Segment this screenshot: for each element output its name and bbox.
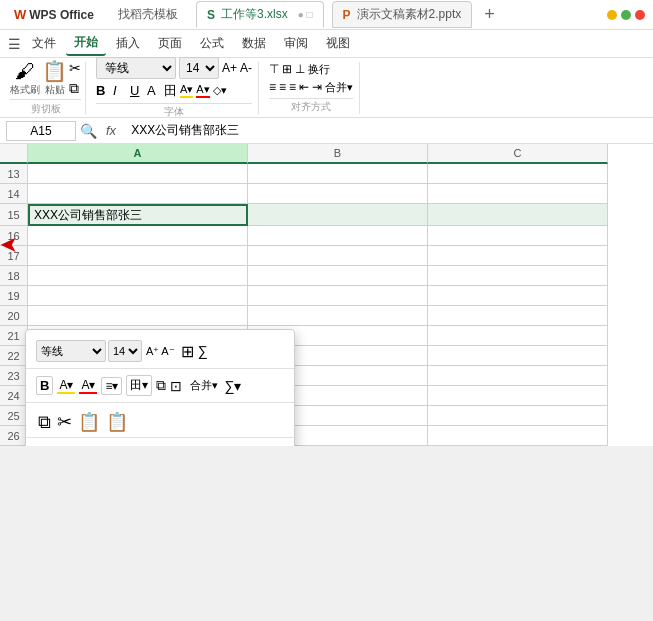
ctx-special-paste-icon[interactable]: 📋 <box>106 411 128 433</box>
cell-14-b[interactable] <box>248 184 428 204</box>
mini-grow-btn[interactable]: A⁺ <box>146 345 159 358</box>
cell-16-c[interactable] <box>428 226 608 246</box>
menu-page[interactable]: 页面 <box>150 32 190 55</box>
ctx-copy-icon[interactable]: ⧉ <box>38 412 51 433</box>
mini-border2-btn[interactable]: 田▾ <box>126 375 152 396</box>
close-button[interactable] <box>635 10 645 20</box>
col-header-c[interactable]: C <box>428 144 608 164</box>
bold-btn[interactable]: B <box>96 83 110 98</box>
menu-formula[interactable]: 公式 <box>192 32 232 55</box>
row-number-21: 21 <box>0 326 28 346</box>
menu-review[interactable]: 审阅 <box>276 32 316 55</box>
ctx-delete[interactable]: 删除(D) <box>26 442 294 446</box>
align-right-btn[interactable]: ≡ <box>289 80 296 94</box>
mini-clip-icon[interactable]: ⊡ <box>170 378 182 394</box>
mini-copy-icon[interactable]: ⧉ <box>156 377 166 394</box>
cell-17-a[interactable] <box>28 246 248 266</box>
new-tab-button[interactable]: + <box>484 4 495 25</box>
menu-data[interactable]: 数据 <box>234 32 274 55</box>
indent-inc-btn[interactable]: ⇥ <box>312 80 322 94</box>
menu-insert[interactable]: 插入 <box>108 32 148 55</box>
mini-font-select[interactable]: 等线 <box>36 340 106 362</box>
cell-17-c[interactable] <box>428 246 608 266</box>
menu-file[interactable]: 文件 <box>24 32 64 55</box>
minimize-button[interactable] <box>607 10 617 20</box>
window-controls <box>607 10 645 20</box>
mini-size-select[interactable]: 14 <box>108 340 142 362</box>
mini-color-btn[interactable]: A▾ <box>79 378 97 394</box>
font-shrink-btn[interactable]: A- <box>240 61 252 75</box>
indent-dec-btn[interactable]: ⇤ <box>299 80 309 94</box>
underline-btn[interactable]: U <box>130 83 144 98</box>
maximize-button[interactable] <box>621 10 631 20</box>
mini-fill-btn[interactable]: A▾ <box>57 378 75 394</box>
format-painter-btn[interactable]: 🖌 格式刷 <box>10 60 40 97</box>
cell-17-b[interactable] <box>248 246 428 266</box>
hamburger-menu[interactable]: ☰ <box>6 36 22 52</box>
cell-20-b[interactable] <box>248 306 428 326</box>
col-header-a[interactable]: A <box>28 144 248 164</box>
strikethrough-btn[interactable]: A <box>147 83 161 98</box>
workbook-tab[interactable]: S 工作等3.xlsx ● □ <box>196 1 324 28</box>
cell-20-a[interactable] <box>28 306 248 326</box>
presentation-tab[interactable]: P 演示文稿素材2.pptx <box>332 1 473 28</box>
align-bottom-btn[interactable]: ⊥ <box>295 62 305 76</box>
mini-sum2-btn[interactable]: ∑▾ <box>224 378 241 394</box>
mini-shrink-btn[interactable]: A⁻ <box>161 345 174 358</box>
cell-18-a[interactable] <box>28 266 248 286</box>
cell-19-b[interactable] <box>248 286 428 306</box>
paste-btn[interactable]: 📋 粘贴 <box>42 59 67 97</box>
align-left-btn[interactable]: ≡ <box>269 80 276 94</box>
cell-20-c[interactable] <box>428 306 608 326</box>
font-name-select[interactable]: 等线 <box>96 57 176 79</box>
border-btn[interactable]: 田 <box>164 82 177 100</box>
copy-btn[interactable]: ⧉ <box>69 80 81 97</box>
cell-18-c[interactable] <box>428 266 608 286</box>
ctx-cut-icon[interactable]: ✂ <box>57 411 72 433</box>
mini-sum-btn[interactable]: ∑ <box>198 343 208 359</box>
cell-25-c[interactable] <box>428 406 608 426</box>
ctx-paste-icon[interactable]: 📋 <box>78 411 100 433</box>
font-size-select[interactable]: 14 <box>179 57 219 79</box>
cell-15-a[interactable]: XXX公司销售部张三 <box>28 204 248 226</box>
cut-btn[interactable]: ✂ <box>69 60 81 76</box>
mini-bold-btn[interactable]: B <box>36 376 53 395</box>
cell-23-c[interactable] <box>428 366 608 386</box>
cell-13-a[interactable] <box>28 164 248 184</box>
cell-26-c[interactable] <box>428 426 608 446</box>
mini-merge-btn[interactable]: 合并▾ <box>190 378 218 393</box>
cell-19-a[interactable] <box>28 286 248 306</box>
formula-input[interactable] <box>126 121 647 141</box>
cell-14-a[interactable] <box>28 184 248 204</box>
fill-color-btn[interactable]: A▾ <box>180 83 193 98</box>
cell-13-c[interactable] <box>428 164 608 184</box>
cell-21-c[interactable] <box>428 326 608 346</box>
context-menu: 等线 14 A⁺ A⁻ ⊞ ∑ B A▾ A▾ ≡▾ 田▾ ⧉ ⊡ 合并▾ ∑▾… <box>25 329 295 446</box>
align-top-btn[interactable]: ⊤ <box>269 62 279 76</box>
cell-16-b[interactable] <box>248 226 428 246</box>
font-color-btn[interactable]: A▾ <box>196 83 209 98</box>
cell-24-c[interactable] <box>428 386 608 406</box>
font-grow-btn[interactable]: A+ <box>222 61 237 75</box>
menu-view[interactable]: 视图 <box>318 32 358 55</box>
menu-home[interactable]: 开始 <box>66 31 106 56</box>
cell-reference-input[interactable] <box>6 121 76 141</box>
mini-border-btn[interactable]: ⊞ <box>181 342 194 361</box>
clear-format-btn[interactable]: ◇▾ <box>213 84 227 97</box>
cell-14-c[interactable] <box>428 184 608 204</box>
align-mid-btn[interactable]: ⊞ <box>282 62 292 76</box>
cell-15-c[interactable] <box>428 204 608 226</box>
cell-13-b[interactable] <box>248 164 428 184</box>
cell-22-c[interactable] <box>428 346 608 366</box>
wrap-btn[interactable]: 换行 <box>308 62 330 77</box>
cell-16-a[interactable] <box>28 226 248 246</box>
align-center-btn[interactable]: ≡ <box>279 80 286 94</box>
cell-18-b[interactable] <box>248 266 428 286</box>
italic-btn[interactable]: I <box>113 83 127 98</box>
find-template-tab[interactable]: 找稻壳模板 <box>108 2 188 27</box>
mini-align-btn[interactable]: ≡▾ <box>101 377 122 395</box>
col-header-b[interactable]: B <box>248 144 428 164</box>
merge-btn[interactable]: 合并▾ <box>325 80 353 95</box>
cell-19-c[interactable] <box>428 286 608 306</box>
cell-15-b[interactable] <box>248 204 428 226</box>
